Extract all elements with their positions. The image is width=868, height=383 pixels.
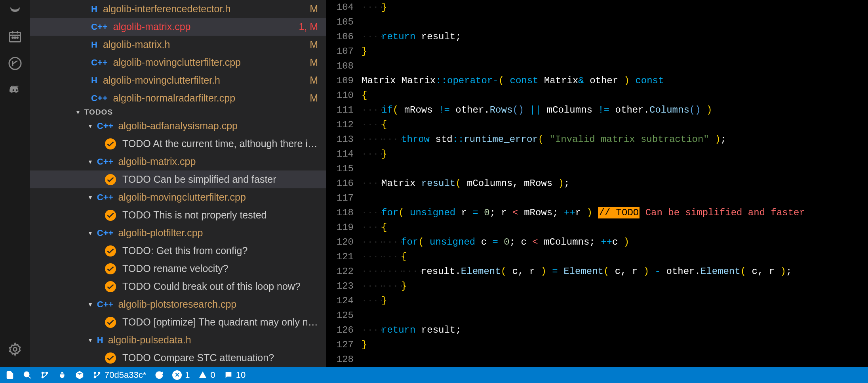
status-comments[interactable]: 10 [224,370,246,380]
todo-check-icon [105,245,116,257]
todo-item[interactable]: TODO rename velocity? [30,260,326,278]
sidebar: Halgolib-interferencedetector.hMC++algol… [30,0,326,367]
error-icon: ✕ [172,370,182,380]
cpp-file-icon: C++ [91,57,108,68]
line-number: 122 [334,264,354,279]
cpp-file-icon: C++ [91,22,108,32]
line-number: 107 [334,44,354,59]
status-branch-icon[interactable] [40,371,49,379]
file-row[interactable]: C++algolib-normalradarfilter.cppM [30,89,326,107]
file-row[interactable]: C++algolib-matrix.cpp1, M [30,18,326,36]
code-line[interactable]: ····{ [362,220,864,235]
todo-text: TODO rename velocity? [122,263,228,274]
git-branch-circle-icon[interactable] [6,54,25,73]
code-line[interactable]: ········} [362,279,864,293]
chevron-down-icon: ▼ [88,230,93,236]
file-row[interactable]: C++algolib-movingclutterfilter.cppM [30,54,326,71]
status-errors[interactable]: ✕ 1 [172,370,190,380]
code-line[interactable] [362,352,864,367]
code-line[interactable]: ····for( unsigned r = 0; r < mRows; ++r … [362,205,864,220]
status-warnings[interactable]: 0 [198,370,215,380]
file-row[interactable]: Halgolib-interferencedetector.hM [30,0,326,18]
code-line[interactable]: ········for( unsigned c = 0; c < mColumn… [362,235,864,249]
todo-file-group[interactable]: ▼C++algolib-movingclutterfilter.cpp [30,188,326,206]
file-name: algolib-matrix.cpp [113,21,299,33]
code-line[interactable]: } [362,337,864,352]
todo-item[interactable]: TODO At the current time, although there… [30,135,326,153]
todo-check-icon [105,174,116,185]
status-file-icon[interactable] [6,371,14,379]
code-line[interactable]: ············result.Element( c, r ) = Ele… [362,264,864,279]
file-row[interactable]: Halgolib-matrix.hM [30,36,326,54]
code-line[interactable]: ····} [362,293,864,308]
code-line[interactable]: ····} [362,147,864,161]
code-line[interactable] [362,308,864,323]
status-package-icon[interactable] [75,371,84,379]
line-number: 105 [334,15,354,29]
status-search-icon[interactable] [23,371,32,379]
todo-text: TODO Can be simplified and faster [122,174,276,185]
line-number: 106 [334,29,354,44]
code-line[interactable]: Matrix Matrix::operator-( const Matrix& … [362,73,864,88]
todo-item[interactable]: TODO Could break out of this loop now? [30,278,326,295]
discord-icon[interactable] [6,81,25,100]
code-line[interactable]: ····} [362,0,864,15]
code-line[interactable] [362,161,864,176]
todo-file-group[interactable]: ▼C++algolib-matrix.cpp [30,153,326,170]
todo-text: TODO Compare STC attenuation? [122,352,274,364]
code-area[interactable]: ····}····return result;}Matrix Matrix::o… [362,0,868,367]
svg-line-10 [29,376,31,378]
cpp-file-icon: C++ [97,299,114,310]
status-git-branch[interactable]: 70d5a33c* [93,370,146,380]
todo-item[interactable]: TODO Compare STC attenuation? [30,349,326,367]
code-line[interactable]: ····Matrix result( mColumns, mRows ); [362,176,864,191]
status-bar: 70d5a33c* ✕ 1 0 10 [0,367,868,383]
code-line[interactable]: ········throw std::runtime_error( "Inval… [362,132,864,147]
todo-list: ▼C++algolib-adfanalysismap.cppTODO At th… [30,117,326,367]
code-line[interactable]: ········{ [362,249,864,264]
line-number: 117 [334,191,354,205]
todo-file-name: algolib-matrix.cpp [118,156,196,167]
todo-file-group[interactable]: ▼Halgolib-pulsedata.h [30,331,326,349]
status-sync-icon[interactable] [155,371,164,379]
todo-text: TODO This is not properly tested [122,209,267,221]
todo-file-group[interactable]: ▼C++algolib-plotstoresearch.cpp [30,295,326,313]
chevron-down-icon: ▼ [88,337,93,343]
todo-item[interactable]: TODO [optimize] The quadrant may only ne… [30,313,326,331]
todo-check-icon [105,317,116,328]
code-line[interactable] [362,191,864,205]
todo-item[interactable]: TODO This is not properly tested [30,206,326,224]
code-line[interactable]: } [362,44,864,59]
line-number: 116 [334,176,354,191]
file-name: algolib-normalradarfilter.cpp [113,92,310,104]
todo-item[interactable]: TODO Can be simplified and faster [30,170,326,188]
line-number: 115 [334,161,354,176]
header-file-icon: H [91,40,97,50]
todos-section-header[interactable]: ▼ TODOS [30,107,326,117]
calendar-icon[interactable] [6,27,25,46]
code-line[interactable] [362,15,864,29]
todo-check-icon [105,263,116,274]
code-line[interactable]: ····{ [362,117,864,132]
svg-point-12 [46,372,48,373]
code-line[interactable] [362,59,864,73]
code-line[interactable]: { [362,88,864,103]
line-number: 110 [334,88,354,103]
status-debug-icon[interactable] [58,371,67,379]
code-line[interactable]: ····return result; [362,323,864,337]
code-line[interactable]: ····return result; [362,29,864,44]
file-status: 1, M [299,21,318,33]
todo-file-group[interactable]: ▼C++algolib-adfanalysismap.cpp [30,117,326,135]
code-line[interactable]: ····if( mRows != other.Rows() || mColumn… [362,103,864,117]
todo-item[interactable]: TODO: Get this from config? [30,242,326,260]
todo-file-group[interactable]: ▼C++algolib-plotfilter.cpp [30,224,326,242]
file-row[interactable]: Halgolib-movingclutterfilter.hM [30,71,326,89]
todo-file-name: algolib-movingclutterfilter.cpp [118,192,246,203]
file-status: M [310,92,318,104]
gear-icon[interactable] [6,340,25,359]
whale-icon[interactable] [6,0,25,19]
line-number: 108 [334,59,354,73]
editor[interactable]: 1041051061071081091101111121131141151161… [326,0,868,367]
todo-text: TODO [optimize] The quadrant may only ne… [122,316,320,328]
cpp-file-icon: C++ [97,121,114,131]
